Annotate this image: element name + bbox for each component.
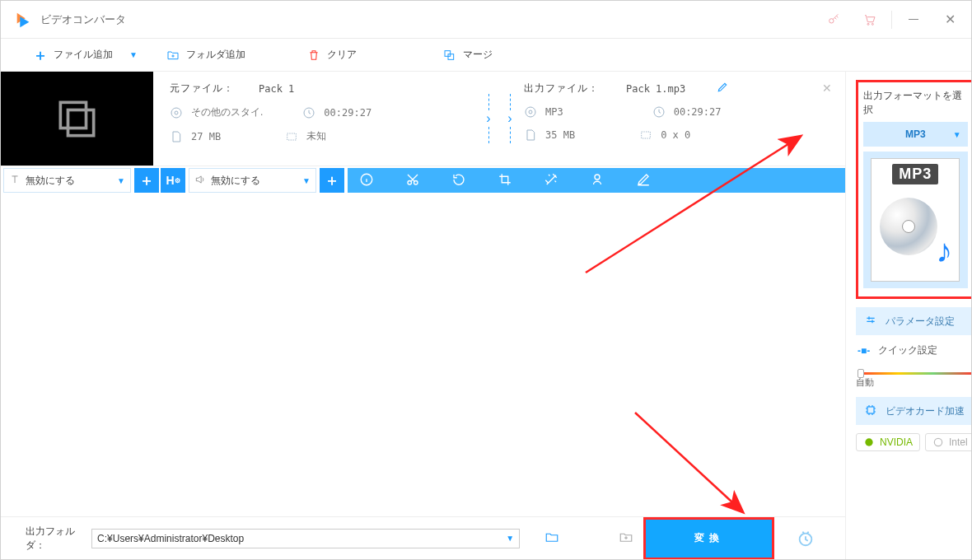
cart-icon[interactable] <box>852 2 888 38</box>
titlebar: ビデオコンバータ ✕ <box>1 1 971 39</box>
merge-button[interactable]: マージ <box>443 48 493 62</box>
schedule-icon[interactable] <box>791 520 820 557</box>
app-logo-icon <box>14 11 32 29</box>
file-item[interactable]: 元ファイル： Pack 1 その他のスタイ. 00:29:27 27 MB 未知 <box>1 72 845 166</box>
nvidia-chip[interactable]: NVIDIA <box>856 433 920 451</box>
merge-icon <box>443 49 456 62</box>
cut-icon[interactable] <box>405 172 420 189</box>
source-file-name: Pack 1 <box>259 83 294 95</box>
svg-rect-4 <box>448 54 454 59</box>
disc-icon <box>880 198 937 255</box>
gpu-chips: NVIDIA Intel <box>856 433 971 451</box>
file-icon <box>524 128 537 142</box>
source-file-label: 元ファイル： <box>170 82 236 96</box>
add-file-button[interactable]: ＋ ファイル追加 <box>34 48 113 62</box>
chevron-down-icon: ▼ <box>953 130 961 139</box>
thumbnail <box>1 72 153 166</box>
remove-item-icon[interactable]: ✕ <box>822 82 832 95</box>
clear-label: クリア <box>327 48 357 62</box>
convert-label: 変換 <box>694 531 724 545</box>
svg-point-11 <box>526 107 535 117</box>
clear-button[interactable]: クリア <box>307 48 357 62</box>
dash-icon: -■- <box>858 345 870 357</box>
main-toolbar: ＋ ファイル追加 ▼ フォルダ追加 クリア マージ <box>1 39 971 72</box>
item-toolstrip: 無効にする ▼ ＋ H⚙ 無効にする ▼ ＋ <box>1 166 845 194</box>
trash-icon <box>307 49 320 62</box>
subtitle-select[interactable]: 無効にする ▼ <box>3 168 131 193</box>
chevron-down-icon: ▼ <box>302 176 311 185</box>
resolution-icon <box>285 130 298 143</box>
subtitle-value: 無効にする <box>26 174 112 188</box>
output-format: MP3 <box>545 106 563 118</box>
svg-rect-3 <box>445 50 451 56</box>
source-resolution: 未知 <box>306 129 326 143</box>
gear-icon <box>170 106 183 119</box>
minimize-button[interactable] <box>895 2 932 38</box>
convert-button[interactable]: 変換 <box>643 517 774 560</box>
app-title: ビデオコンバータ <box>40 12 815 27</box>
chevron-down-icon: ▼ <box>117 176 125 185</box>
hardcode-subtitle-button[interactable]: H⚙ <box>161 168 185 193</box>
output-size: 35 MB <box>545 129 575 141</box>
key-icon[interactable] <box>815 2 852 38</box>
clock-icon <box>652 105 666 119</box>
svg-point-8 <box>175 111 178 114</box>
slider-value-label: 自動 <box>856 376 971 389</box>
svg-rect-6 <box>68 110 94 135</box>
svg-point-1 <box>867 23 869 25</box>
format-preview: MP3 ♪ <box>863 152 968 288</box>
add-file-label: ファイル追加 <box>54 48 113 62</box>
clock-icon <box>302 106 315 119</box>
style-value: その他のスタイ. <box>191 105 263 119</box>
merge-label: マージ <box>463 48 493 62</box>
parameter-settings-button[interactable]: パラメータ設定 <box>856 307 971 335</box>
output-format-heading: 出力フォーマットを選択 <box>863 89 968 117</box>
add-folder-button[interactable]: フォルダ追加 <box>166 48 245 62</box>
output-folder-label: 出力フォルダ： <box>26 525 82 553</box>
quality-slider[interactable]: 自動 <box>856 366 971 389</box>
format-dropdown[interactable]: MP3 ▼ <box>863 122 968 147</box>
svg-point-2 <box>872 23 873 25</box>
rotate-icon[interactable] <box>451 172 466 189</box>
bottom-bar: 出力フォルダ： C:¥Users¥Administrator¥Desktop ▼… <box>1 516 845 559</box>
quick-settings-label: クイック設定 <box>878 343 937 357</box>
edit-tools <box>348 168 845 193</box>
gpu-accel-button[interactable]: ビデオカード加速 <box>856 397 971 425</box>
add-subtitle-button[interactable]: ＋ <box>134 168 159 193</box>
edit-icon[interactable] <box>636 172 651 189</box>
empty-area <box>1 194 845 516</box>
crop-icon[interactable] <box>498 172 512 189</box>
svg-rect-20 <box>867 407 874 413</box>
chip-icon <box>864 404 877 419</box>
format-badge: MP3 <box>892 164 938 184</box>
format-selected: MP3 <box>905 128 926 140</box>
info-icon[interactable] <box>359 172 374 189</box>
output-path-input[interactable]: C:¥Users¥Administrator¥Desktop ▼ <box>91 529 520 548</box>
effects-icon[interactable] <box>544 172 558 189</box>
svg-point-22 <box>934 438 942 446</box>
audio-track-select[interactable]: 無効にする ▼ <box>189 168 316 193</box>
text-icon <box>9 174 21 188</box>
svg-point-18 <box>595 175 600 180</box>
add-audio-button[interactable]: ＋ <box>320 168 344 193</box>
svg-point-12 <box>529 110 532 114</box>
music-note-icon: ♪ <box>936 232 952 269</box>
svg-rect-5 <box>60 102 86 128</box>
output-file-name: Pack 1.mp3 <box>626 83 685 95</box>
add-file-dropdown-icon[interactable]: ▼ <box>129 50 138 59</box>
open-folder-icon[interactable] <box>619 530 633 547</box>
browse-folder-icon[interactable] <box>544 530 559 547</box>
watermark-icon[interactable] <box>590 172 605 189</box>
app-window: ビデオコンバータ ✕ ＋ ファイル追加 ▼ フォルダ追加 クリア マージ <box>0 0 972 560</box>
close-button[interactable]: ✕ <box>932 2 968 38</box>
svg-rect-14 <box>642 132 651 138</box>
sidebar: 出力フォーマットを選択 MP3 ▼ MP3 ♪ <box>845 72 971 559</box>
svg-point-0 <box>829 18 834 22</box>
add-folder-label: フォルダ追加 <box>186 48 245 62</box>
chevron-down-icon: ▼ <box>506 534 514 543</box>
file-icon <box>170 130 183 143</box>
intel-chip[interactable]: Intel <box>925 433 971 451</box>
edit-output-name-icon[interactable] <box>717 82 728 96</box>
gpu-accel-label: ビデオカード加速 <box>886 404 965 418</box>
output-file-label: 出力ファイル： <box>524 82 603 96</box>
